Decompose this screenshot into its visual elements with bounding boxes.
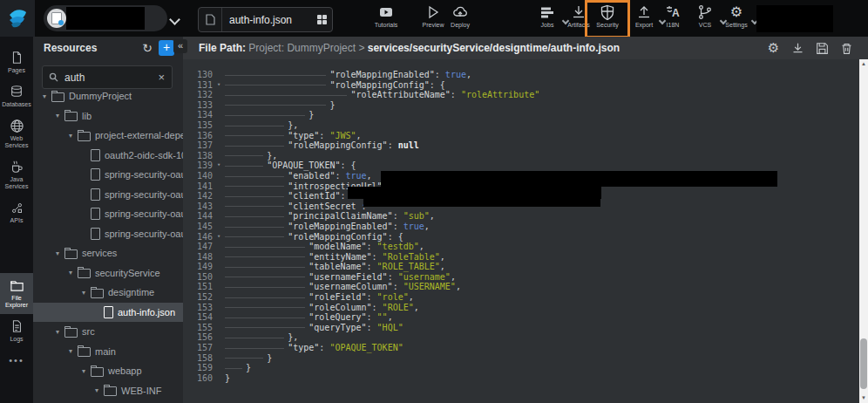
sidebar-item-apis[interactable]: APIs bbox=[0, 195, 33, 229]
expand-caret-icon[interactable]: ▾ bbox=[79, 367, 88, 375]
fold-marker-icon[interactable]: ▾ bbox=[213, 161, 225, 171]
sidebar-item-logs[interactable]: Logs bbox=[0, 314, 33, 348]
tree-item-label: auth-info.json bbox=[118, 307, 175, 318]
expand-caret-icon[interactable]: ▾ bbox=[53, 328, 62, 336]
code-line-139[interactable]: 139▾"OPAQUE_TOKEN": { bbox=[183, 161, 859, 171]
delete-file-icon[interactable] bbox=[839, 41, 854, 56]
code-line-153[interactable]: 153"roleColumn": "ROLE", bbox=[183, 303, 859, 313]
expand-caret-icon[interactable]: ▾ bbox=[53, 249, 62, 257]
code-line-135[interactable]: 135}, bbox=[183, 120, 859, 131]
tree-folder-src[interactable]: ▾src bbox=[33, 322, 183, 342]
download-file-icon[interactable] bbox=[790, 41, 805, 56]
tree-file-auth-info-json[interactable]: auth-info.json bbox=[33, 303, 183, 323]
search-input[interactable] bbox=[63, 71, 151, 85]
clear-search-icon[interactable]: × bbox=[151, 71, 172, 84]
app-logo[interactable] bbox=[0, 0, 35, 37]
toolbar-item-deploy[interactable]: Deploy bbox=[441, 3, 479, 35]
line-number: 134 bbox=[183, 110, 213, 120]
sidebar-item-label: Java Services bbox=[0, 176, 33, 190]
tree-folder-web-inf[interactable]: ▾WEB-INF bbox=[33, 381, 183, 401]
expand-caret-icon[interactable]: ▾ bbox=[53, 112, 62, 120]
expand-caret-icon[interactable]: ▾ bbox=[79, 289, 88, 297]
code-text: "OPAQUE_TOKEN": { bbox=[225, 161, 859, 171]
code-line-137[interactable]: 137"roleMappingConfig": null bbox=[183, 140, 859, 151]
code-line-144[interactable]: 144"principalClaimName": "sub", bbox=[183, 211, 859, 222]
expand-caret-icon[interactable]: ▾ bbox=[92, 386, 101, 394]
code-line-131[interactable]: 131▾"roleMappingConfig": { bbox=[183, 80, 859, 91]
expand-caret-icon[interactable]: ▾ bbox=[66, 347, 75, 355]
code-line-152[interactable]: 152"roleField": "role", bbox=[183, 292, 859, 303]
tree-item-label: project-external-depend bbox=[95, 130, 183, 140]
fold-gutter bbox=[213, 282, 225, 292]
tree-folder-services[interactable]: ▾services bbox=[33, 243, 183, 263]
sidebar-item-label: Logs bbox=[0, 336, 33, 343]
code-line-150[interactable]: 150"usernameField": "username", bbox=[183, 272, 859, 283]
code-line-130[interactable]: 130"roleMappingEnabled": true, bbox=[183, 70, 859, 80]
open-file-tab[interactable]: auth-info.json bbox=[198, 7, 333, 32]
expand-caret-icon[interactable]: ▾ bbox=[66, 269, 75, 277]
tab-grid-icon[interactable] bbox=[311, 15, 332, 24]
fold-gutter bbox=[213, 373, 225, 384]
editor-scrollbar[interactable]: ▲ ▼ bbox=[859, 59, 868, 403]
tree-file-spring-security-oau[interactable]: spring-security-oau bbox=[33, 165, 183, 185]
tree-folder-main[interactable]: ▾main bbox=[33, 342, 183, 362]
fold-gutter bbox=[213, 222, 225, 232]
project-selector-caret-icon[interactable] bbox=[171, 11, 179, 27]
redacted-project-name bbox=[66, 7, 145, 30]
code-line-147[interactable]: 147"modelName": "testdb", bbox=[183, 242, 859, 252]
toolbar-item-security[interactable]: Security bbox=[588, 3, 627, 35]
code-line-149[interactable]: 149"tableName": "ROLE_TABLE", bbox=[183, 262, 859, 272]
sidebar-item-databases[interactable]: Databases bbox=[0, 79, 33, 113]
code-line-160[interactable]: 160} bbox=[183, 373, 859, 384]
scroll-up-arrow[interactable]: ▲ bbox=[859, 59, 868, 69]
code-line-157[interactable]: 157"type": "OPAQUE_TOKEN" bbox=[183, 343, 859, 353]
tree-folder-dummyproject[interactable]: ▾DummyProject bbox=[33, 86, 183, 106]
code-line-132[interactable]: 132"roleAttributeName": "roleAttribute" bbox=[183, 90, 859, 100]
code-line-146[interactable]: 146▾"roleMappingConfig": { bbox=[183, 232, 859, 242]
code-line-158[interactable]: 158} bbox=[183, 353, 859, 364]
code-line-134[interactable]: 134} bbox=[183, 110, 859, 120]
tree-file-spring-security-oau[interactable]: spring-security-oau bbox=[33, 185, 183, 205]
code-text: "roleAttributeName": "roleAttribute" bbox=[225, 90, 859, 100]
sidebar-item-java-services[interactable]: Java Services bbox=[0, 154, 33, 195]
code-editor[interactable]: 130"roleMappingEnabled": true,131▾"roleM… bbox=[183, 59, 859, 403]
code-line-133[interactable]: 133} bbox=[183, 100, 859, 111]
tree-folder-lib[interactable]: ▾lib bbox=[33, 106, 183, 126]
logs-icon bbox=[0, 318, 33, 334]
folder-icon bbox=[64, 249, 78, 259]
sidebar-item-pages[interactable]: Pages bbox=[0, 45, 33, 79]
fold-gutter bbox=[213, 151, 225, 161]
code-line-148[interactable]: 148"entityName": "RoleTable", bbox=[183, 252, 859, 263]
code-line-138[interactable]: 138}, bbox=[183, 151, 859, 161]
toolbar-item-settings[interactable]: ⚙Settings bbox=[717, 3, 756, 35]
tree-folder-designtime[interactable]: ▾designtime bbox=[33, 283, 183, 303]
sidebar-item-file-explorer[interactable]: File Explorer bbox=[0, 273, 33, 314]
tree-file-spring-security-oau[interactable]: spring-security-oau bbox=[33, 224, 183, 244]
save-file-icon[interactable] bbox=[815, 41, 830, 56]
tree-folder-webapp[interactable]: ▾webapp bbox=[33, 361, 183, 381]
scrollbar-thumb[interactable] bbox=[860, 338, 867, 389]
fold-marker-icon[interactable]: ▾ bbox=[213, 80, 225, 91]
code-line-145[interactable]: 145"roleMappingEnabled": true, bbox=[183, 222, 859, 232]
sidebar-item-more[interactable]: ••• bbox=[0, 348, 33, 373]
refresh-icon[interactable]: ↻ bbox=[139, 41, 155, 55]
tree-folder-project-external-depend[interactable]: ▾project-external-depend bbox=[33, 126, 183, 146]
code-line-154[interactable]: 154"roleQuery": "", bbox=[183, 312, 859, 323]
expand-caret-icon[interactable]: ▾ bbox=[66, 132, 75, 140]
collapse-panel-button[interactable]: « bbox=[173, 39, 187, 53]
tree-folder-securityservice[interactable]: ▾securityService bbox=[33, 263, 183, 283]
sidebar-item-web-services[interactable]: Web Services bbox=[0, 113, 33, 154]
expand-caret-icon[interactable]: ▾ bbox=[40, 92, 49, 100]
code-line-155[interactable]: 155"queryType": "HQL" bbox=[183, 323, 859, 333]
code-line-156[interactable]: 156}, bbox=[183, 332, 859, 343]
add-resource-button[interactable]: + bbox=[159, 40, 174, 56]
code-line-151[interactable]: 151"usernameColumn": "USERNAME", bbox=[183, 282, 859, 292]
tree-file-spring-security-oau[interactable]: spring-security-oau bbox=[33, 204, 183, 224]
scroll-down-arrow[interactable]: ▼ bbox=[859, 393, 868, 403]
code-line-159[interactable]: 159} bbox=[183, 363, 859, 373]
tree-file-oauth2-oidc-sdk-10[interactable]: oauth2-oidc-sdk-10 bbox=[33, 146, 183, 166]
code-line-136[interactable]: 136"type": "JWS", bbox=[183, 131, 859, 141]
toolbar-item-tutorials[interactable]: Tutorials bbox=[367, 3, 405, 35]
fold-marker-icon[interactable]: ▾ bbox=[213, 232, 225, 242]
editor-settings-gear-icon[interactable]: ⚙ bbox=[766, 41, 781, 56]
